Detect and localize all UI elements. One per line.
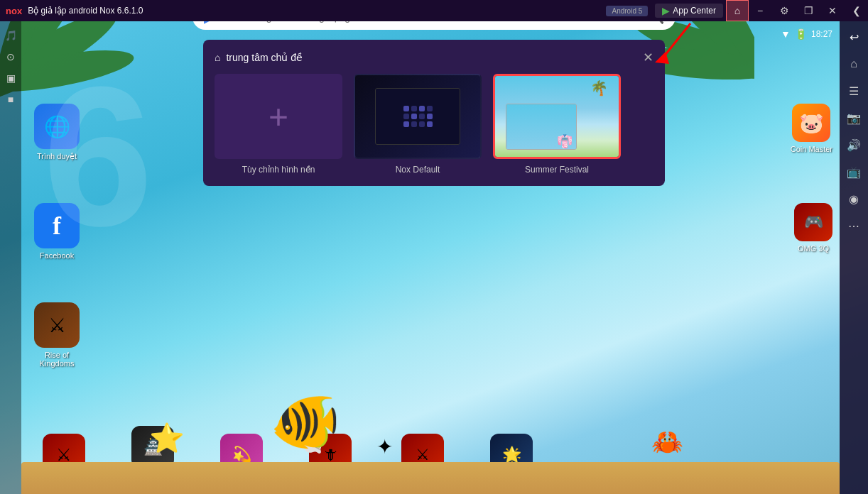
play-store-icon: ▶: [662, 5, 670, 16]
restore-button[interactable]: ❐: [797, 0, 820, 21]
nox-dot: [411, 114, 417, 119]
right-home-icon[interactable]: ⌂: [844, 54, 864, 74]
right-app-omg-3q[interactable]: 🎮 OMG 3Q: [794, 203, 832, 253]
theme-dialog-close-button[interactable]: ✕: [643, 51, 653, 64]
right-more-icon[interactable]: ⋯: [844, 216, 864, 236]
omg-3q-symbol: 🎮: [804, 213, 823, 231]
close-button[interactable]: ✕: [821, 0, 844, 21]
browser-icon-img: 🌐: [34, 104, 80, 149]
clock: 18:27: [811, 29, 832, 39]
android-version-badge: Android 5: [606, 6, 648, 16]
app-center-label: App Center: [673, 6, 716, 16]
coin-master-symbol: 🐷: [799, 111, 824, 135]
right-menu-icon[interactable]: ☰: [844, 81, 864, 101]
nox-dot: [419, 121, 425, 127]
minimize-button[interactable]: −: [749, 0, 771, 21]
nox-dot: [427, 114, 433, 119]
theme-dialog: ⌂ trung tâm chủ đề ✕ + Tùy chỉnh hình nề…: [203, 40, 665, 186]
nox-dot: [403, 106, 409, 111]
nox-logo: nox: [0, 6, 28, 16]
desktop-icon-browser[interactable]: 🌐 Trình duyệt: [28, 104, 85, 161]
crab-decoration: 🦀: [651, 427, 683, 457]
right-sidebar: ↩ ⌂ ☰ 📷 🔊 📺 ◉ ⋯: [840, 21, 868, 494]
nox-dot: [403, 114, 409, 119]
theme-dialog-header: ⌂ trung tâm chủ đề ✕: [215, 51, 653, 64]
theme-label-summer: Summer Festival: [525, 165, 589, 175]
titlebar-title: Bộ giả lập android Nox 6.6.1.0: [28, 6, 606, 16]
left-sidebar-icon-2[interactable]: ⊙: [2, 48, 19, 65]
left-sidebar-icon-4[interactable]: ■: [2, 91, 19, 108]
coin-master-label: Coin Master: [791, 145, 832, 153]
sand-decoration: [21, 462, 840, 494]
battery-icon: 🔋: [795, 28, 807, 40]
theme-item-summer[interactable]: 👘 🌴 Summer Festival: [493, 74, 621, 175]
right-volume-icon[interactable]: 🔊: [844, 135, 864, 155]
app-center-button[interactable]: ▶ App Center: [655, 4, 723, 18]
omg-3q-label: OMG 3Q: [798, 244, 829, 253]
theme-thumb-nox-default: [354, 74, 482, 159]
nox-dot: [427, 106, 433, 111]
home-icon: ⌂: [734, 5, 740, 16]
facebook-label: Facebook: [40, 251, 74, 260]
starfish2-decoration: ✦: [376, 435, 393, 459]
facebook-icon-img: f: [34, 203, 80, 248]
home-icon-button[interactable]: ⌂: [726, 0, 749, 21]
left-sidebar-icon-3[interactable]: ▣: [2, 70, 19, 87]
right-back-icon[interactable]: ↩: [844, 27, 864, 47]
theme-home-icon: ⌂: [215, 52, 220, 63]
right-app-coin-master[interactable]: 🐷 Coin Master: [791, 104, 832, 153]
theme-item-nox-default[interactable]: Nox Default: [354, 74, 482, 175]
character-decoration: 🐠: [270, 388, 341, 455]
left-sidebar: 🎵 ⊙ ▣ ■: [0, 21, 21, 494]
starfish-decoration: ⭐: [149, 422, 185, 455]
right-keyboard-icon[interactable]: ◉: [844, 189, 864, 209]
nox-dots-grid: [401, 103, 435, 130]
nox-thumb-inner: [355, 75, 480, 158]
omg-3q-icon-img: 🎮: [794, 203, 832, 241]
theme-title-text: trung tâm chủ đề: [226, 52, 303, 63]
back-arrow-button[interactable]: ❮: [845, 0, 868, 21]
nox-dot: [411, 106, 417, 111]
theme-label-custom: Tùy chỉnh hình nền: [242, 165, 315, 175]
left-sidebar-icon-1[interactable]: 🎵: [2, 27, 19, 44]
nox-dot: [411, 121, 417, 127]
titlebar: nox Bộ giả lập android Nox 6.6.1.0 Andro…: [0, 0, 868, 21]
theme-thumb-summer: 👘 🌴: [493, 74, 621, 159]
theme-thumb-custom: +: [215, 74, 342, 159]
plus-icon: +: [268, 97, 288, 136]
theme-item-custom[interactable]: + Tùy chỉnh hình nền: [215, 74, 342, 175]
wifi-icon: ▼: [781, 28, 791, 40]
window-controls: − ⚙ ❐ ✕ ❮: [749, 0, 868, 21]
theme-items-container: + Tùy chỉnh hình nền: [215, 74, 653, 175]
nox-dot: [427, 121, 433, 127]
browser-symbol: 🌐: [44, 114, 70, 139]
summer-thumb-inner: 👘 🌴: [495, 76, 619, 157]
settings-button[interactable]: ⚙: [773, 0, 796, 21]
browser-label: Trình duyệt: [37, 152, 77, 161]
theme-dialog-title: ⌂ trung tâm chủ đề: [215, 52, 303, 63]
nox-dot: [419, 114, 425, 119]
facebook-symbol: f: [53, 211, 61, 241]
nox-dot: [419, 106, 425, 111]
summer-character-small: 👘: [557, 133, 573, 149]
coin-master-icon-img: 🐷: [792, 104, 830, 142]
palm-tree-icon: 🌴: [590, 79, 608, 97]
rise-of-kingdoms-symbol: ⚔: [48, 314, 66, 337]
desktop-icon-rise-of-kingdoms[interactable]: ⚔ Rise of Kingdoms: [28, 302, 85, 368]
right-screen-icon[interactable]: 📺: [844, 162, 864, 182]
desktop-icon-facebook[interactable]: f Facebook: [28, 203, 85, 260]
summer-screen-preview: 👘: [506, 104, 577, 150]
rise-of-kingdoms-label: Rise of Kingdoms: [28, 351, 85, 368]
nox-dot: [403, 121, 409, 127]
summer-screen-bg: 👘: [506, 104, 576, 149]
rise-of-kingdoms-icon-img: ⚔: [34, 302, 80, 348]
theme-label-nox-default: Nox Default: [396, 165, 440, 175]
nox-screen-preview: [375, 88, 460, 145]
right-screenshot-icon[interactable]: 📷: [844, 108, 864, 128]
